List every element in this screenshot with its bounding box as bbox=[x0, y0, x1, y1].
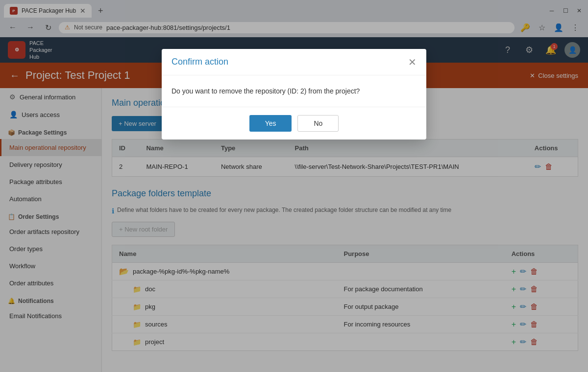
modal-message: Do you want to remove the repository (ID… bbox=[172, 87, 360, 95]
modal-close-btn[interactable]: ✕ bbox=[408, 57, 416, 67]
confirm-no-btn[interactable]: No bbox=[297, 115, 339, 132]
confirm-yes-btn[interactable]: Yes bbox=[249, 115, 292, 132]
modal-body: Do you want to remove the repository (ID… bbox=[162, 75, 426, 107]
modal-title: Confirm action bbox=[172, 57, 228, 67]
modal-footer: Yes No bbox=[162, 107, 426, 140]
confirm-modal: Confirm action ✕ Do you want to remove t… bbox=[162, 49, 426, 140]
modal-header: Confirm action ✕ bbox=[162, 49, 426, 75]
modal-overlay: Confirm action ✕ Do you want to remove t… bbox=[0, 0, 588, 372]
